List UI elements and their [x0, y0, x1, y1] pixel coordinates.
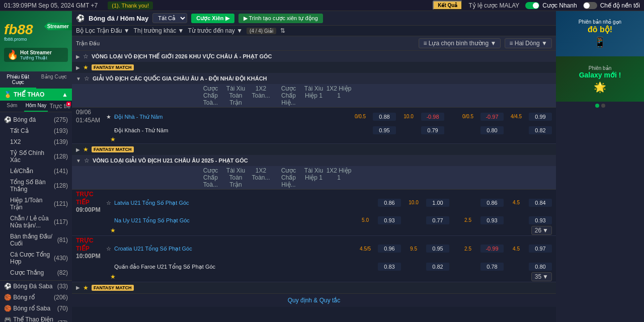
- latvia-val3[interactable]: 0.86: [480, 199, 504, 207]
- sidebar-item-bongdasaba[interactable]: ⚽ Bóng Đá Saba (33): [0, 281, 72, 292]
- bo-loc-dropdown[interactable]: Bộ Lọc Trận Đấu ▼: [76, 27, 130, 34]
- latvia-val2[interactable]: 1.00: [426, 199, 449, 207]
- star-latvia[interactable]: ☆: [106, 200, 111, 206]
- thi-truong-dropdown[interactable]: Thị trường khác ▼: [134, 27, 184, 34]
- croatia-home-name[interactable]: Croatia U21 Tổng Số Phạt Góc: [114, 246, 192, 252]
- top-bar-right: Kết Quả Tỷ lệ cược MALAY Cược Nhanh Chế …: [433, 1, 640, 10]
- ty-le-label[interactable]: Tỷ lệ cược MALAY: [468, 2, 519, 9]
- hcval2-cell[interactable]: -0.97: [480, 113, 504, 121]
- star-croatia[interactable]: ☆: [106, 246, 111, 252]
- away-val1-cell[interactable]: 0.79: [421, 126, 444, 134]
- tab-som[interactable]: Sớm: [0, 101, 24, 112]
- nav-tabs: Phiếu Đặt Cược Bảng Cược: [0, 71, 72, 89]
- sidebar-item-1x2[interactable]: 1X2 (139): [0, 136, 72, 147]
- cuoc-nhanh-toggle[interactable]: Cược Nhanh: [525, 2, 577, 9]
- sidebar-item-tongsoban[interactable]: Tổng Số Bàn Thắng (128): [0, 177, 72, 195]
- col-headers-u21asia: Cược Chấp Toà... Tài Xiu Toàn Trận 1X2 T…: [72, 166, 556, 190]
- hai-dong-btn[interactable]: ≡ Hai Dòng ▼: [505, 38, 552, 48]
- star-fantasy3[interactable]: ★: [83, 284, 89, 291]
- croatia-val3[interactable]: -0.99: [480, 245, 504, 253]
- away-hc-cell[interactable]: 0.95: [373, 126, 396, 134]
- section-u21asia[interactable]: ▼ ☆ VÒNG LOẠI GIẢI VÔ ĐỊCH U21 CHÂU ÂU 2…: [72, 155, 556, 166]
- croatia-more-btn[interactable]: 35 ▼: [531, 272, 552, 281]
- tran-dau-label: Trận Đấu: [76, 40, 100, 47]
- latvia-away-val1[interactable]: 0.93: [378, 216, 401, 224]
- streamer-badge: Streamer: [44, 23, 72, 30]
- cuoc-xien-button[interactable]: Cược Xiên ▶: [191, 14, 234, 23]
- croatia-away-val4[interactable]: 0.80: [529, 263, 552, 271]
- match-date: 09/06: [76, 109, 106, 117]
- sidebar-item-cacuoc[interactable]: Cá Cược Tổng Hợp (430): [0, 249, 72, 267]
- croatia-fav-star[interactable]: ★: [110, 273, 116, 280]
- sidebar-item-banthangs[interactable]: Bàn thắng Đầu/ Cuối (81): [0, 231, 72, 249]
- tab-homnay[interactable]: Hôm Nay: [24, 101, 48, 112]
- croatia-away-val3[interactable]: 0.78: [480, 263, 504, 271]
- latvia-val4[interactable]: 0.84: [529, 199, 552, 207]
- croatia-hc3: 4.5: [505, 245, 528, 253]
- section-wc2026[interactable]: ▶ ☆ VÒNG LOẠI VÔ ĐỊCH THẾ GIỚI 2026 KHU …: [72, 51, 556, 62]
- section-u21eu[interactable]: ▼ ☆ GIẢI VÔ ĐỊCH CÁC QUỐC GIA CHÂU ÂU A …: [72, 73, 556, 84]
- croatia-away-name: Quần đảo Faroe U21 Tổng Số Phạt Góc: [114, 264, 215, 270]
- star-fantasy2[interactable]: ★: [83, 146, 89, 153]
- away-val2-cell[interactable]: 0.82: [529, 126, 552, 134]
- latvia-home-name[interactable]: Latvia U21 Tổng Số Phạt Góc: [114, 200, 189, 206]
- ad-banner-1[interactable]: Phiên bản nhỏ gọn đô bộ! 📱: [556, 11, 644, 56]
- totalval1-cell[interactable]: -0.98: [421, 113, 444, 121]
- croatia-val2[interactable]: 0.95: [426, 245, 449, 253]
- latvia-away-val2[interactable]: 0.77: [426, 216, 449, 224]
- sidebar-item-esports[interactable]: 🎮 Thể Thao Điện Tử (77): [0, 314, 72, 322]
- star-u21asia[interactable]: ☆: [84, 157, 90, 164]
- match-home-name[interactable]: Đội Nhà - Thứ Năm: [114, 114, 163, 120]
- latvia-away-val3[interactable]: 0.93: [480, 216, 504, 224]
- hc3-cell: 4/4.5: [505, 113, 528, 120]
- sort-icon[interactable]: ⇅: [280, 27, 285, 34]
- footer-label[interactable]: Quy định & Quy tắc: [288, 297, 341, 304]
- croatia-footer-row: ★ 35 ▼: [72, 272, 556, 282]
- sidebar-item-chanle[interactable]: Chẵn / Lẻ của Nửa trận/... (117): [0, 213, 72, 231]
- latvia-away-val4[interactable]: 0.93: [529, 216, 552, 224]
- croatia-away-val1[interactable]: 0.83: [378, 263, 401, 271]
- latvia-more-btn[interactable]: 26 ▼: [531, 226, 552, 235]
- filter-all-select[interactable]: Tất Cả: [152, 13, 187, 23]
- truoc-den-nay-dropdown[interactable]: Từ trước đến nay ▼: [188, 27, 243, 34]
- latvia-away-name[interactable]: Na Uy U21 Tổng Số Phạt Góc: [114, 217, 190, 223]
- croatia-val4[interactable]: 0.97: [529, 245, 552, 253]
- sports-section-header[interactable]: 🏅 THỂ THAO ▲: [0, 89, 72, 101]
- fantasy-row-1[interactable]: ▶ ★ FANTASY MATCH: [72, 62, 556, 73]
- match-star-u21eu1[interactable]: ★: [106, 114, 111, 120]
- star-fantasy1[interactable]: ★: [83, 64, 89, 71]
- latvia-fav-star[interactable]: ★: [110, 227, 116, 234]
- latvia-val1[interactable]: 0.86: [378, 199, 401, 207]
- sidebar-item-lechan[interactable]: Lẻ/Chẵn (141): [0, 166, 72, 177]
- fantasy-row-2[interactable]: ▶ ★ FANTASY MATCH: [72, 144, 556, 155]
- croatia-away-val2[interactable]: 0.82: [426, 263, 449, 271]
- sidebar-item-hiep1[interactable]: Hiệp 1/Toàn Trận (121): [0, 195, 72, 213]
- tab-tructiep[interactable]: Trực tiế ●: [48, 101, 72, 112]
- match-name-col: Đội Nhà - Thứ Năm: [114, 113, 349, 120]
- ad-banner-2[interactable]: Phiên bản Galaxy mới ! 🌟: [556, 56, 644, 102]
- nen-toi-toggle[interactable]: Chế độ nền tối: [583, 2, 640, 9]
- sidebar-item-cuocthang[interactable]: Cược Thắng (82): [0, 267, 72, 278]
- tab-bang-cuoc[interactable]: Bảng Cược: [36, 71, 72, 89]
- sidebar-item-tatca[interactable]: Tất Cả (193): [0, 125, 72, 136]
- croatia-val1[interactable]: 0.96: [378, 245, 401, 253]
- latvia-more-chevron: ▼: [542, 227, 548, 234]
- sidebar-item-bongda[interactable]: ⚽ Bóng đá (275): [0, 114, 72, 125]
- dot-1[interactable]: [595, 104, 599, 108]
- match-fav-star[interactable]: ★: [110, 136, 116, 143]
- sidebar-item-tysochinhxac[interactable]: Tỷ Số Chính Xác (128): [0, 147, 72, 166]
- loc-binh-thuong-btn[interactable]: ≡ Lựa chọn bình thường ▼: [419, 38, 501, 48]
- sidebar-item-bongrosaba[interactable]: 🏀 Bóng rổ Saba (70): [0, 303, 72, 314]
- dot-2[interactable]: [601, 104, 605, 108]
- hcval3-cell[interactable]: 0.99: [529, 113, 552, 121]
- away-hc2-cell[interactable]: 0.80: [480, 126, 504, 134]
- star-u21eu[interactable]: ☆: [84, 75, 90, 82]
- match-star-col: ★: [106, 113, 114, 120]
- fantasy-row-3[interactable]: ▶ ★ FANTASY MATCH: [72, 282, 556, 293]
- tao-cuoc-button[interactable]: ▶ Trình tạo cược xiên tự động: [238, 14, 323, 23]
- star-wc2026[interactable]: ☆: [83, 53, 89, 60]
- val-home1-cell[interactable]: 0.88: [373, 113, 396, 121]
- ketqua-button[interactable]: Kết Quả: [433, 1, 462, 10]
- tab-phieu-dat-cuoc[interactable]: Phiếu Đặt Cược: [0, 71, 36, 89]
- sidebar-item-bongro[interactable]: 🏀 Bóng rổ (206): [0, 292, 72, 303]
